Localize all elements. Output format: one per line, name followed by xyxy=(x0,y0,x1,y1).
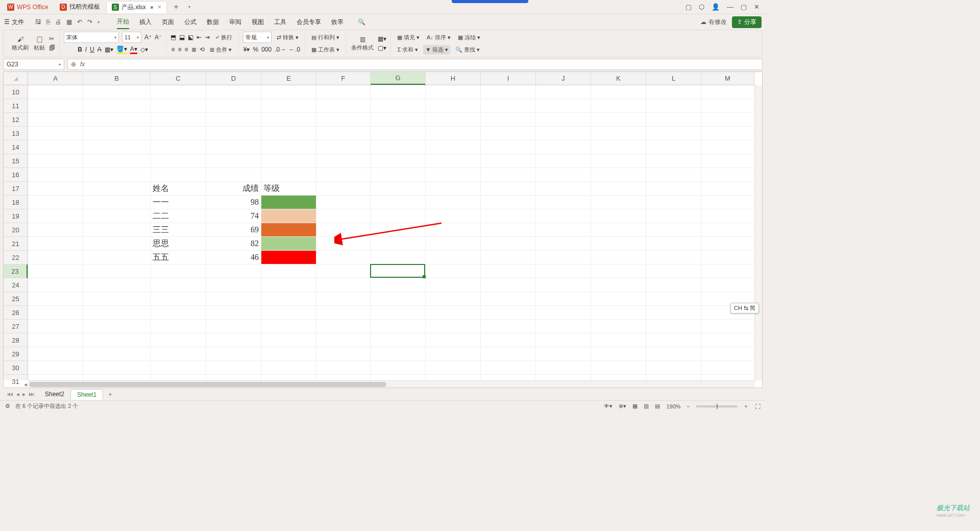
redo-icon[interactable]: ↷ xyxy=(87,18,92,26)
row-header-25[interactable]: 25 xyxy=(4,292,28,306)
cell-M13[interactable] xyxy=(701,127,754,140)
cell-E13[interactable] xyxy=(261,127,316,140)
cell-D19[interactable]: 74 xyxy=(206,209,261,223)
cell-D22[interactable]: 46 xyxy=(206,251,261,264)
search-icon[interactable]: 🔍 xyxy=(358,18,365,26)
close-window-button[interactable]: ✕ xyxy=(754,3,760,11)
cell-K25[interactable] xyxy=(591,292,646,306)
align-bottom-icon[interactable]: ⬕ xyxy=(188,34,193,41)
rows-cols-button[interactable]: ▤行和列▾ xyxy=(309,33,341,42)
cell-F12[interactable] xyxy=(316,113,371,127)
bold-button[interactable]: B xyxy=(78,46,82,53)
cell-D20[interactable]: 69 xyxy=(206,223,261,237)
highlight-button[interactable]: ◇▾ xyxy=(140,46,148,53)
cell-E17[interactable]: 等级 xyxy=(261,182,316,196)
cell-L26[interactable] xyxy=(646,306,701,320)
cell-F10[interactable] xyxy=(316,85,371,99)
settings-icon[interactable]: ⚙ xyxy=(5,403,10,409)
zoom-formula-icon[interactable]: ⊕ xyxy=(71,61,76,68)
cell-I30[interactable] xyxy=(481,361,536,375)
cell-L11[interactable] xyxy=(646,99,701,113)
cell-G16[interactable] xyxy=(371,168,426,182)
row-header-16[interactable]: 16 xyxy=(4,168,28,182)
cell-K15[interactable] xyxy=(591,154,646,168)
row-header-19[interactable]: 19 xyxy=(4,209,28,223)
cell-I25[interactable] xyxy=(481,292,536,306)
wrap-text-button[interactable]: ⤶换行 xyxy=(213,33,234,42)
cell-B11[interactable] xyxy=(83,99,151,113)
row-header-12[interactable]: 12 xyxy=(4,113,28,127)
cell-E23[interactable] xyxy=(261,264,316,278)
horizontal-scrollbar[interactable]: ◂ xyxy=(28,380,755,388)
cell-G30[interactable] xyxy=(371,361,426,375)
cell-I29[interactable] xyxy=(481,347,536,361)
cell-M30[interactable] xyxy=(701,361,754,375)
col-header-B[interactable]: B xyxy=(83,72,151,85)
cell-J30[interactable] xyxy=(536,361,591,375)
cell-M10[interactable] xyxy=(701,85,754,99)
cell-M19[interactable] xyxy=(701,209,754,223)
cell-C15[interactable] xyxy=(151,154,206,168)
cell-L14[interactable] xyxy=(646,140,701,154)
cell-A20[interactable] xyxy=(28,223,83,237)
cell-G25[interactable] xyxy=(371,292,426,306)
cell-F23[interactable] xyxy=(316,264,371,278)
cell-A10[interactable] xyxy=(28,85,83,99)
font-size-select[interactable]: 11▾ xyxy=(122,32,141,43)
cell-I18[interactable] xyxy=(481,196,536,209)
align-right-icon[interactable]: ≡ xyxy=(185,46,188,53)
cell-E25[interactable] xyxy=(261,292,316,306)
cell-I20[interactable] xyxy=(481,223,536,237)
cell-A17[interactable] xyxy=(28,182,83,196)
cell-K24[interactable] xyxy=(591,278,646,292)
cell-A14[interactable] xyxy=(28,140,83,154)
cell-C21[interactable]: 思思 xyxy=(151,237,206,251)
col-header-J[interactable]: J xyxy=(536,72,591,85)
percent-icon[interactable]: % xyxy=(253,46,259,53)
cube-icon[interactable]: ⬡ xyxy=(699,3,704,11)
export-icon[interactable]: ⎘ xyxy=(46,18,50,26)
menu-tab-9[interactable]: 效率 xyxy=(331,16,344,29)
cell-K29[interactable] xyxy=(591,347,646,361)
fill-button[interactable]: ▦填充▾ xyxy=(395,33,422,42)
menu-tab-7[interactable]: 工具 xyxy=(274,16,286,29)
cell-F26[interactable] xyxy=(316,306,371,320)
eye-icon[interactable]: 👁▾ xyxy=(604,403,612,409)
name-box[interactable]: G23 ▾ xyxy=(3,59,64,70)
cell-A18[interactable] xyxy=(28,196,83,209)
menu-tab-1[interactable]: 插入 xyxy=(139,16,152,29)
cell-J19[interactable] xyxy=(536,209,591,223)
cell-K16[interactable] xyxy=(591,168,646,182)
row-header-20[interactable]: 20 xyxy=(4,223,28,237)
font-color-button[interactable]: A▾ xyxy=(130,45,137,54)
row-header-10[interactable]: 10 xyxy=(4,85,28,99)
cell-K30[interactable] xyxy=(591,361,646,375)
cell-H22[interactable] xyxy=(426,251,481,264)
cell-E20[interactable] xyxy=(261,223,316,237)
cell-F11[interactable] xyxy=(316,99,371,113)
cell-D30[interactable] xyxy=(206,361,261,375)
cell-A24[interactable] xyxy=(28,278,83,292)
cell-K13[interactable] xyxy=(591,127,646,140)
cell-K27[interactable] xyxy=(591,320,646,333)
cell-C27[interactable] xyxy=(151,320,206,333)
col-header-K[interactable]: K xyxy=(591,72,646,85)
row-header-11[interactable]: 11 xyxy=(4,99,28,113)
cell-L16[interactable] xyxy=(646,168,701,182)
sheet-tab-sheet2[interactable]: Sheet2 xyxy=(39,389,70,399)
cell-J25[interactable] xyxy=(536,292,591,306)
cell-M18[interactable] xyxy=(701,196,754,209)
cell-G20[interactable] xyxy=(371,223,426,237)
cell-H17[interactable] xyxy=(426,182,481,196)
cell-A19[interactable] xyxy=(28,209,83,223)
cell-E29[interactable] xyxy=(261,347,316,361)
cell-E14[interactable] xyxy=(261,140,316,154)
cell-I24[interactable] xyxy=(481,278,536,292)
cell-A11[interactable] xyxy=(28,99,83,113)
cell-L10[interactable] xyxy=(646,85,701,99)
target-icon[interactable]: ⊕▾ xyxy=(619,403,626,409)
zoom-in-icon[interactable]: ＋ xyxy=(743,402,749,410)
cell-C28[interactable] xyxy=(151,333,206,347)
cell-K26[interactable] xyxy=(591,306,646,320)
cell-C14[interactable] xyxy=(151,140,206,154)
